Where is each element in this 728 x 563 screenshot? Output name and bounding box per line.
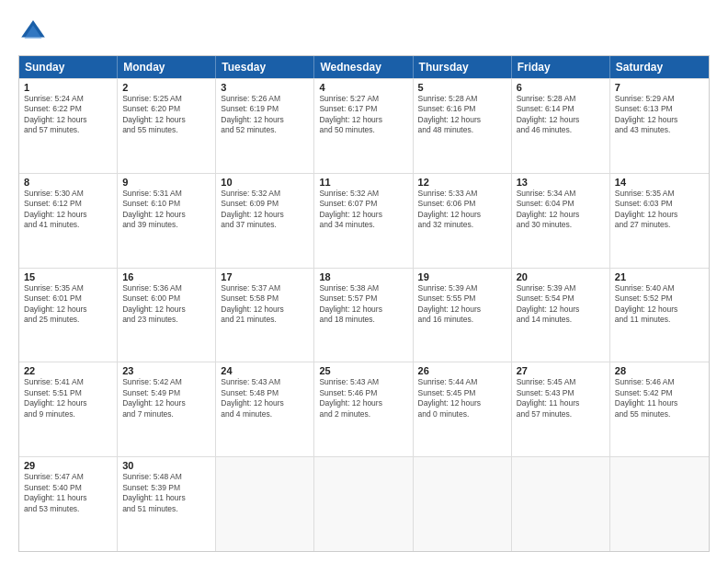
weekday-header-tuesday: Tuesday xyxy=(216,56,314,78)
weekday-header-saturday: Saturday xyxy=(610,56,709,78)
calendar-day-7: 7Sunrise: 5:29 AM Sunset: 6:13 PM Daylig… xyxy=(610,79,709,173)
calendar-day-16: 16Sunrise: 5:36 AM Sunset: 6:00 PM Dayli… xyxy=(118,269,216,362)
day-info: Sunrise: 5:38 AM Sunset: 5:57 PM Dayligh… xyxy=(319,283,407,326)
day-info: Sunrise: 5:40 AM Sunset: 5:52 PM Dayligh… xyxy=(615,283,704,326)
calendar-week-4: 22Sunrise: 5:41 AM Sunset: 5:51 PM Dayli… xyxy=(19,362,709,456)
calendar: SundayMondayTuesdayWednesdayThursdayFrid… xyxy=(18,55,710,552)
day-info: Sunrise: 5:44 AM Sunset: 5:45 PM Dayligh… xyxy=(418,377,506,419)
day-info: Sunrise: 5:43 AM Sunset: 5:48 PM Dayligh… xyxy=(221,377,309,419)
calendar-day-19: 19Sunrise: 5:39 AM Sunset: 5:55 PM Dayli… xyxy=(414,269,512,362)
calendar-day-empty xyxy=(414,457,512,551)
calendar-day-12: 12Sunrise: 5:33 AM Sunset: 6:06 PM Dayli… xyxy=(414,174,512,268)
calendar-week-5: 29Sunrise: 5:47 AM Sunset: 5:40 PM Dayli… xyxy=(19,456,709,551)
day-number: 5 xyxy=(418,82,506,93)
day-number: 23 xyxy=(122,365,210,376)
weekday-header-wednesday: Wednesday xyxy=(314,56,413,78)
day-number: 15 xyxy=(24,271,112,282)
day-number: 25 xyxy=(319,365,407,376)
calendar-week-2: 8Sunrise: 5:30 AM Sunset: 6:12 PM Daylig… xyxy=(19,173,709,268)
calendar-day-15: 15Sunrise: 5:35 AM Sunset: 6:01 PM Dayli… xyxy=(19,269,118,362)
day-number: 20 xyxy=(517,271,605,282)
calendar-day-18: 18Sunrise: 5:38 AM Sunset: 5:57 PM Dayli… xyxy=(314,269,413,362)
calendar-day-26: 26Sunrise: 5:44 AM Sunset: 5:45 PM Dayli… xyxy=(414,362,512,456)
day-number: 12 xyxy=(418,177,506,188)
day-number: 10 xyxy=(221,177,309,188)
day-info: Sunrise: 5:37 AM Sunset: 5:58 PM Dayligh… xyxy=(221,283,309,326)
calendar-day-8: 8Sunrise: 5:30 AM Sunset: 6:12 PM Daylig… xyxy=(19,174,118,268)
day-info: Sunrise: 5:32 AM Sunset: 6:09 PM Dayligh… xyxy=(221,189,309,231)
day-number: 9 xyxy=(122,177,210,188)
day-number: 7 xyxy=(615,82,704,93)
day-info: Sunrise: 5:31 AM Sunset: 6:10 PM Dayligh… xyxy=(122,189,210,231)
calendar-week-1: 1Sunrise: 5:24 AM Sunset: 6:22 PM Daylig… xyxy=(19,78,709,173)
calendar-day-24: 24Sunrise: 5:43 AM Sunset: 5:48 PM Dayli… xyxy=(216,362,314,456)
calendar-day-4: 4Sunrise: 5:27 AM Sunset: 6:17 PM Daylig… xyxy=(314,79,413,173)
calendar-day-25: 25Sunrise: 5:43 AM Sunset: 5:46 PM Dayli… xyxy=(314,362,413,456)
day-info: Sunrise: 5:35 AM Sunset: 6:03 PM Dayligh… xyxy=(615,189,704,231)
day-info: Sunrise: 5:33 AM Sunset: 6:06 PM Dayligh… xyxy=(418,189,506,231)
calendar-body: 1Sunrise: 5:24 AM Sunset: 6:22 PM Daylig… xyxy=(19,78,709,551)
logo xyxy=(18,17,53,46)
day-number: 6 xyxy=(517,82,605,93)
day-info: Sunrise: 5:28 AM Sunset: 6:16 PM Dayligh… xyxy=(418,94,506,136)
day-number: 2 xyxy=(122,82,210,93)
day-info: Sunrise: 5:34 AM Sunset: 6:04 PM Dayligh… xyxy=(517,189,605,231)
calendar-day-28: 28Sunrise: 5:46 AM Sunset: 5:42 PM Dayli… xyxy=(610,362,709,456)
day-number: 17 xyxy=(221,271,309,282)
calendar-day-29: 29Sunrise: 5:47 AM Sunset: 5:40 PM Dayli… xyxy=(19,457,118,551)
weekday-header-sunday: Sunday xyxy=(19,56,118,78)
calendar-day-17: 17Sunrise: 5:37 AM Sunset: 5:58 PM Dayli… xyxy=(216,269,314,362)
day-number: 30 xyxy=(122,460,210,471)
calendar-day-2: 2Sunrise: 5:25 AM Sunset: 6:20 PM Daylig… xyxy=(118,79,216,173)
day-info: Sunrise: 5:43 AM Sunset: 5:46 PM Dayligh… xyxy=(319,377,407,419)
weekday-header-thursday: Thursday xyxy=(414,56,512,78)
day-number: 26 xyxy=(418,365,506,376)
day-number: 18 xyxy=(319,271,407,282)
calendar-day-10: 10Sunrise: 5:32 AM Sunset: 6:09 PM Dayli… xyxy=(216,174,314,268)
day-number: 21 xyxy=(615,271,704,282)
calendar-day-empty xyxy=(314,457,413,551)
calendar-day-14: 14Sunrise: 5:35 AM Sunset: 6:03 PM Dayli… xyxy=(610,174,709,268)
day-info: Sunrise: 5:39 AM Sunset: 5:54 PM Dayligh… xyxy=(517,283,605,326)
day-info: Sunrise: 5:39 AM Sunset: 5:55 PM Dayligh… xyxy=(418,283,506,326)
calendar-day-30: 30Sunrise: 5:48 AM Sunset: 5:39 PM Dayli… xyxy=(118,457,216,551)
header xyxy=(18,17,710,46)
calendar-day-13: 13Sunrise: 5:34 AM Sunset: 6:04 PM Dayli… xyxy=(512,174,610,268)
day-info: Sunrise: 5:36 AM Sunset: 6:00 PM Dayligh… xyxy=(122,283,210,326)
logo-icon xyxy=(18,17,48,46)
day-number: 24 xyxy=(221,365,309,376)
day-number: 1 xyxy=(24,82,112,93)
day-number: 16 xyxy=(122,271,210,282)
day-number: 8 xyxy=(24,177,112,188)
day-number: 19 xyxy=(418,271,506,282)
calendar-day-21: 21Sunrise: 5:40 AM Sunset: 5:52 PM Dayli… xyxy=(610,269,709,362)
day-info: Sunrise: 5:24 AM Sunset: 6:22 PM Dayligh… xyxy=(24,94,112,136)
calendar-day-20: 20Sunrise: 5:39 AM Sunset: 5:54 PM Dayli… xyxy=(512,269,610,362)
weekday-header-friday: Friday xyxy=(512,56,610,78)
calendar-day-empty xyxy=(216,457,314,551)
day-number: 11 xyxy=(319,177,407,188)
calendar-day-empty xyxy=(512,457,610,551)
day-number: 27 xyxy=(517,365,605,376)
day-info: Sunrise: 5:35 AM Sunset: 6:01 PM Dayligh… xyxy=(24,283,112,326)
day-info: Sunrise: 5:41 AM Sunset: 5:51 PM Dayligh… xyxy=(24,377,112,419)
day-info: Sunrise: 5:48 AM Sunset: 5:39 PM Dayligh… xyxy=(122,472,210,514)
calendar-day-1: 1Sunrise: 5:24 AM Sunset: 6:22 PM Daylig… xyxy=(19,79,118,173)
day-info: Sunrise: 5:46 AM Sunset: 5:42 PM Dayligh… xyxy=(615,377,704,419)
calendar-day-6: 6Sunrise: 5:28 AM Sunset: 6:14 PM Daylig… xyxy=(512,79,610,173)
day-number: 29 xyxy=(24,460,112,471)
calendar-day-27: 27Sunrise: 5:45 AM Sunset: 5:43 PM Dayli… xyxy=(512,362,610,456)
calendar-day-23: 23Sunrise: 5:42 AM Sunset: 5:49 PM Dayli… xyxy=(118,362,216,456)
day-number: 22 xyxy=(24,365,112,376)
day-number: 14 xyxy=(615,177,704,188)
day-info: Sunrise: 5:25 AM Sunset: 6:20 PM Dayligh… xyxy=(122,94,210,136)
calendar-day-5: 5Sunrise: 5:28 AM Sunset: 6:16 PM Daylig… xyxy=(414,79,512,173)
calendar-day-9: 9Sunrise: 5:31 AM Sunset: 6:10 PM Daylig… xyxy=(118,174,216,268)
day-info: Sunrise: 5:28 AM Sunset: 6:14 PM Dayligh… xyxy=(517,94,605,136)
day-info: Sunrise: 5:47 AM Sunset: 5:40 PM Dayligh… xyxy=(24,472,112,514)
day-number: 3 xyxy=(221,82,309,93)
day-number: 4 xyxy=(319,82,407,93)
calendar-day-3: 3Sunrise: 5:26 AM Sunset: 6:19 PM Daylig… xyxy=(216,79,314,173)
page: SundayMondayTuesdayWednesdayThursdayFrid… xyxy=(0,0,728,563)
calendar-day-empty xyxy=(610,457,709,551)
